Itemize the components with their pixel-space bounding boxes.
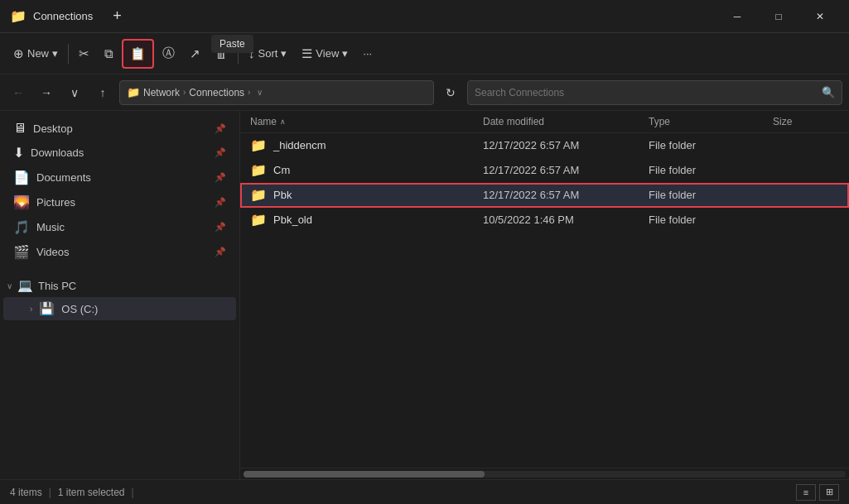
sort-dropdown-icon: ▾ bbox=[281, 47, 287, 60]
main-content: 🖥 Desktop 📌 ⬇ Downloads 📌 📄 Documents 📌 … bbox=[0, 111, 849, 479]
view-button[interactable]: ☰ View ▾ bbox=[295, 39, 355, 69]
search-input[interactable] bbox=[475, 87, 822, 98]
status-separator-1: | bbox=[49, 487, 51, 498]
table-row[interactable]: 📁 _hiddencm 12/17/2022 6:57 AM File fold… bbox=[240, 133, 849, 158]
file-name: Pbk_old bbox=[273, 214, 312, 226]
rename-icon: Ⓐ bbox=[162, 46, 175, 61]
status-left: 4 items | 1 item selected | bbox=[10, 487, 137, 498]
folder-icon: 📁 bbox=[250, 212, 267, 228]
pin-icon-desktop: 📌 bbox=[215, 123, 226, 134]
search-box[interactable]: 🔍 bbox=[467, 80, 842, 105]
close-button[interactable]: ✕ bbox=[801, 3, 839, 30]
music-icon: 🎵 bbox=[13, 219, 30, 235]
new-button[interactable]: ⊕ New ▾ bbox=[7, 39, 65, 69]
sidebar-item-downloads[interactable]: ⬇ Downloads 📌 bbox=[3, 141, 236, 165]
header-type[interactable]: Type bbox=[649, 116, 773, 127]
sidebar-item-music[interactable]: 🎵 Music 📌 bbox=[3, 215, 236, 239]
file-name: Cm bbox=[273, 164, 290, 176]
sort-button[interactable]: ↕ Sort ▾ bbox=[242, 39, 293, 69]
file-name-cell: 📁 Pbk_old bbox=[250, 212, 483, 228]
file-date: 12/17/2022 6:57 AM bbox=[483, 139, 649, 151]
file-name-cell: 📁 Cm bbox=[250, 162, 483, 178]
file-list: 📁 _hiddencm 12/17/2022 6:57 AM File fold… bbox=[240, 133, 849, 468]
back-button[interactable]: ← bbox=[7, 81, 30, 104]
sidebar-item-label-downloads: Downloads bbox=[31, 146, 208, 159]
title-bar-left: 📁 Connections + bbox=[10, 7, 128, 25]
file-type: File folder bbox=[649, 189, 773, 201]
sidebar: 🖥 Desktop 📌 ⬇ Downloads 📌 📄 Documents 📌 … bbox=[0, 111, 240, 479]
header-size[interactable]: Size bbox=[773, 116, 839, 127]
recent-button[interactable]: ∨ bbox=[63, 81, 86, 104]
os-c-chevron: › bbox=[30, 305, 32, 314]
header-name[interactable]: Name ∧ bbox=[250, 116, 483, 127]
up-button[interactable]: ↑ bbox=[91, 81, 114, 104]
breadcrumb-chevron-1: › bbox=[183, 88, 186, 97]
status-bar: 4 items | 1 item selected | ≡ ⊞ bbox=[0, 479, 849, 504]
breadcrumb-network: Network bbox=[143, 87, 180, 98]
scrollbar-thumb[interactable] bbox=[244, 471, 485, 478]
this-pc-section[interactable]: ∨ 💻 This PC bbox=[0, 275, 239, 296]
sidebar-item-desktop[interactable]: 🖥 Desktop 📌 bbox=[3, 117, 236, 140]
table-row[interactable]: 📁 Pbk_old 10/5/2022 1:46 PM File folder bbox=[240, 208, 849, 233]
title-bar: 📁 Connections + ─ □ ✕ bbox=[0, 0, 849, 33]
file-name-cell: 📁 _hiddencm bbox=[250, 137, 483, 153]
breadcrumb-connections: Connections bbox=[189, 87, 244, 98]
sidebar-item-os-c[interactable]: › 💾 OS (C:) bbox=[3, 297, 236, 320]
pin-icon-music: 📌 bbox=[215, 222, 226, 233]
address-dropdown-button[interactable]: ∨ bbox=[253, 88, 266, 97]
maximize-button[interactable]: □ bbox=[760, 3, 798, 30]
addr-folder-icon: 📁 bbox=[127, 86, 140, 98]
paste-button[interactable]: 📋 bbox=[122, 39, 154, 69]
file-date: 12/17/2022 6:57 AM bbox=[483, 189, 649, 201]
this-pc-chevron: ∨ bbox=[7, 281, 12, 290]
more-button[interactable]: ··· bbox=[356, 39, 379, 69]
paste-icon: 📋 bbox=[130, 46, 146, 61]
header-date[interactable]: Date modified bbox=[483, 116, 649, 127]
new-tab-button[interactable]: + bbox=[106, 7, 128, 25]
sidebar-item-label-documents: Documents bbox=[36, 171, 208, 184]
pin-icon-documents: 📌 bbox=[215, 172, 226, 183]
refresh-button[interactable]: ↻ bbox=[439, 81, 462, 104]
address-bar[interactable]: 📁 Network › Connections › ∨ bbox=[119, 80, 434, 105]
address-bar-area: ← → ∨ ↑ 📁 Network › Connections › ∨ ↻ 🔍 bbox=[0, 74, 849, 111]
sidebar-item-videos[interactable]: 🎬 Videos 📌 bbox=[3, 240, 236, 264]
breadcrumb-chevron-2: › bbox=[248, 88, 250, 97]
scrollbar-track[interactable] bbox=[244, 471, 846, 478]
cut-button[interactable]: ✂ bbox=[72, 39, 96, 69]
sidebar-item-pictures[interactable]: 🌄 Pictures 📌 bbox=[3, 190, 236, 214]
this-pc-label: This PC bbox=[38, 280, 76, 292]
minimize-button[interactable]: ─ bbox=[718, 3, 756, 30]
file-name-cell: 📁 Pbk bbox=[250, 187, 483, 203]
table-row[interactable]: 📁 Cm 12/17/2022 6:57 AM File folder bbox=[240, 158, 849, 183]
forward-button[interactable]: → bbox=[35, 81, 58, 104]
file-list-area: Name ∧ Date modified Type Size 📁 _hidden… bbox=[240, 111, 849, 479]
sidebar-item-documents[interactable]: 📄 Documents 📌 bbox=[3, 166, 236, 190]
table-row[interactable]: 📁 Pbk 12/17/2022 6:57 AM File folder bbox=[240, 183, 849, 208]
folder-icon: 📁 bbox=[250, 187, 267, 203]
list-view-button[interactable]: ≡ bbox=[796, 484, 816, 501]
view-dropdown-icon: ▾ bbox=[342, 47, 348, 60]
file-name: _hiddencm bbox=[273, 139, 326, 151]
copy-button[interactable]: ⧉ bbox=[98, 39, 120, 69]
delete-button[interactable]: 🗑 bbox=[209, 39, 234, 69]
copy-icon: ⧉ bbox=[104, 46, 113, 61]
grid-view-button[interactable]: ⊞ bbox=[819, 484, 839, 501]
pictures-icon: 🌄 bbox=[13, 194, 30, 210]
view-label: View bbox=[316, 47, 339, 60]
status-separator-2: | bbox=[132, 487, 134, 498]
search-icon: 🔍 bbox=[822, 86, 835, 98]
sidebar-item-label-music: Music bbox=[36, 221, 208, 233]
toolbar: ⊕ New ▾ ✂ ⧉ 📋 Ⓐ ↗ 🗑 ↕ Sort ▾ ☰ View ▾ ··… bbox=[0, 33, 849, 74]
title-bar-controls: ─ □ ✕ bbox=[718, 3, 839, 30]
file-date: 10/5/2022 1:46 PM bbox=[483, 214, 649, 226]
sidebar-item-label-os-c: OS (C:) bbox=[61, 303, 98, 315]
new-dropdown-icon: ▾ bbox=[52, 47, 58, 60]
scrollbar-area[interactable] bbox=[240, 468, 849, 479]
share-button[interactable]: ↗ bbox=[183, 39, 207, 69]
item-count: 4 items bbox=[10, 487, 42, 498]
new-icon: ⊕ bbox=[13, 46, 24, 61]
toolbar-separator-2 bbox=[238, 44, 239, 64]
toolbar-separator-1 bbox=[68, 44, 69, 64]
rename-button[interactable]: Ⓐ bbox=[156, 39, 181, 69]
breadcrumb: Network › Connections › bbox=[143, 87, 250, 98]
